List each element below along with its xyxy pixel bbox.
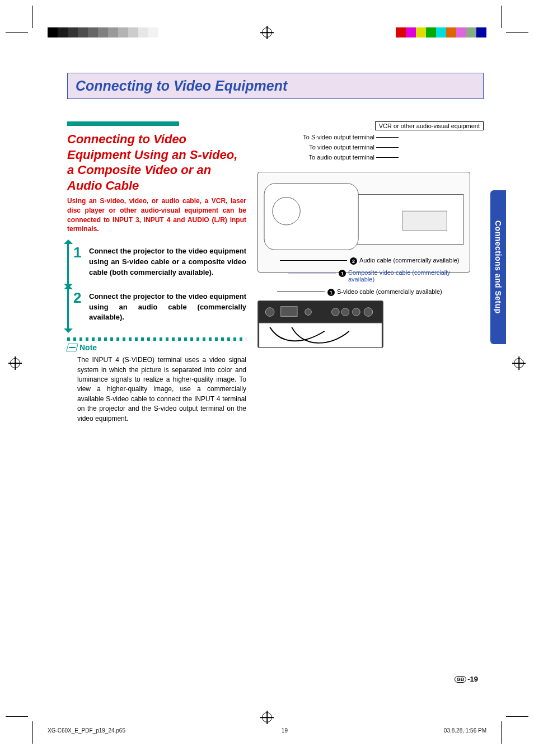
footer-datetime: 03.8.28, 1:56 PM bbox=[444, 727, 486, 734]
left-column: Connecting to Video Equipment Using an S… bbox=[67, 121, 246, 424]
svg-point-6 bbox=[265, 308, 274, 317]
callout-number-icon: 1 bbox=[327, 289, 335, 296]
footer-filename: XG-C60X_E_PDF_p19_24.p65 bbox=[48, 727, 125, 734]
svg-rect-4 bbox=[259, 301, 382, 323]
crop-line bbox=[501, 721, 502, 744]
section-intro: Using an S-video, video, or audio cable,… bbox=[67, 196, 246, 234]
accent-bar bbox=[67, 121, 179, 126]
print-footer-meta: XG-C60X_E_PDF_p19_24.p65 19 03.8.28, 1:5… bbox=[48, 727, 486, 734]
callout-number-icon: 2 bbox=[350, 257, 357, 265]
print-grayscale-bar bbox=[48, 27, 158, 37]
right-column: VCR or other audio-visual equipment To S… bbox=[257, 121, 484, 424]
projector-rear-illustration bbox=[257, 300, 383, 348]
section-subtitle: Connecting to Video Equipment Using an S… bbox=[67, 132, 246, 193]
crop-line bbox=[32, 721, 33, 744]
print-color-bar bbox=[396, 27, 486, 37]
callout-composite-cable: 1 Composite video cable (commercially av… bbox=[339, 269, 451, 283]
svg-point-2 bbox=[273, 198, 300, 225]
svg-rect-7 bbox=[281, 307, 297, 317]
note-icon bbox=[66, 344, 78, 351]
callout-text: S-video cable (commercially available) bbox=[337, 288, 442, 295]
crop-line bbox=[6, 716, 28, 717]
registration-mark-left bbox=[10, 358, 20, 368]
crop-line bbox=[506, 32, 528, 33]
callout-svideo-cable: 1 S-video cable (commercially available) bbox=[327, 288, 442, 296]
callout-text: Audio cable (commercially available) bbox=[359, 257, 460, 264]
terminal-label-svideo: To S-video output terminal bbox=[303, 134, 374, 140]
section-tab: Connections and Setup bbox=[490, 190, 506, 344]
divider-dots bbox=[67, 337, 246, 341]
registration-mark-right bbox=[514, 358, 524, 368]
page-title-bar: Connecting to Video Equipment bbox=[67, 73, 484, 99]
note-body: The INPUT 4 (S-VIDEO) terminal uses a vi… bbox=[67, 355, 246, 424]
crop-line bbox=[6, 32, 28, 33]
crop-line bbox=[501, 6, 502, 28]
registration-mark-bottom bbox=[262, 712, 272, 722]
step-number: 1 bbox=[73, 244, 81, 261]
registration-mark-top bbox=[262, 27, 272, 37]
crop-line bbox=[506, 716, 528, 717]
step-text: Connect the projector to the video equip… bbox=[69, 289, 246, 326]
callout-text: Composite video cable (commercially avai… bbox=[348, 269, 451, 283]
callout-number-icon: 1 bbox=[339, 270, 346, 277]
connection-diagram: VCR or other audio-visual equipment To S… bbox=[257, 121, 484, 412]
page-number: GB-19 bbox=[455, 675, 478, 683]
equipment-label-box: VCR or other audio-visual equipment bbox=[375, 121, 484, 130]
note-heading: Note bbox=[67, 343, 246, 352]
footer-sheet: 19 bbox=[282, 727, 288, 734]
region-badge: GB bbox=[455, 676, 467, 683]
crop-line bbox=[32, 6, 33, 28]
step-text: Connect the projector to the video equip… bbox=[69, 244, 246, 280]
svg-point-11 bbox=[353, 308, 360, 316]
step-1: 1 Connect the projector to the video equ… bbox=[67, 244, 246, 284]
svg-point-10 bbox=[341, 308, 349, 316]
callout-audio-cable: 2 Audio cable (commercially available) bbox=[350, 257, 460, 265]
svg-point-9 bbox=[332, 308, 340, 316]
step-2: 2 Connect the projector to the video equ… bbox=[67, 289, 246, 329]
note-label: Note bbox=[79, 343, 97, 352]
page-title: Connecting to Video Equipment bbox=[76, 78, 475, 94]
page-content: Connections and Setup Connecting to Vide… bbox=[45, 56, 506, 700]
svg-point-12 bbox=[364, 308, 373, 317]
terminal-label-video: To video output terminal bbox=[309, 144, 374, 151]
svg-rect-3 bbox=[402, 211, 447, 231]
step-number: 2 bbox=[73, 289, 81, 307]
terminal-label-audio: To audio output terminal bbox=[309, 154, 374, 161]
svg-point-8 bbox=[305, 309, 312, 316]
